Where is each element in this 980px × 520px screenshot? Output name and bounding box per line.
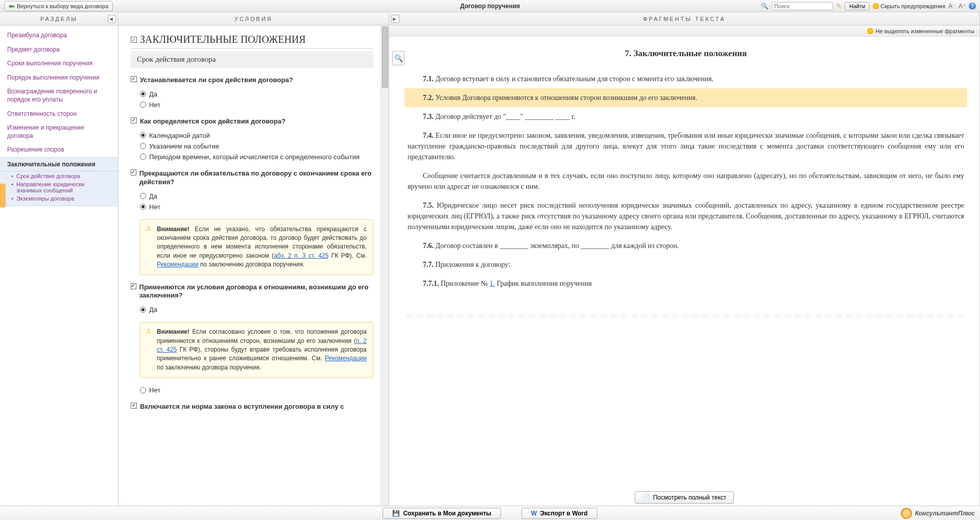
sections-panel: РАЗДЕЛЫ ◀ Преамбула договора Предмет дог… — [0, 12, 118, 506]
checkbox-icon[interactable]: ✓ — [131, 283, 136, 289]
side-tab[interactable] — [0, 184, 5, 207]
separator — [404, 308, 967, 317]
question-text: Устанавливается ли срок действия договор… — [140, 76, 293, 85]
section-subitem[interactable]: Направление юридически значимых сообщени… — [11, 180, 111, 194]
brand-icon — [901, 508, 912, 519]
option[interactable]: Периодом времени, который исчисляется с … — [140, 152, 373, 162]
section-item[interactable]: Разрешение споров — [0, 143, 118, 157]
paragraph: 7.1. Договор вступает в силу и становитс… — [404, 69, 967, 88]
font-smaller-icon[interactable]: A⁻ — [948, 3, 955, 10]
back-label: Вернуться к выбору вида договора — [17, 3, 108, 9]
hide-warnings-label: Скрыть предупреждения — [880, 3, 945, 9]
document-icon[interactable]: 🔍 — [392, 51, 404, 65]
checkbox-icon[interactable]: ✓ — [131, 117, 137, 123]
section-item[interactable]: Порядок выполнения поручения — [0, 71, 118, 85]
search-input[interactable] — [772, 2, 833, 10]
attachment-link[interactable]: 1. — [490, 280, 495, 287]
option[interactable]: Нет — [140, 385, 373, 395]
paragraph: 7.7.1. Приложение № 1. График выполнения… — [404, 274, 967, 293]
export-label: Экспорт в Word — [540, 510, 587, 517]
section-item-active[interactable]: Заключительные положения — [0, 157, 118, 171]
find-button[interactable]: Найти — [845, 2, 870, 10]
scrollbar-thumb[interactable] — [382, 27, 388, 88]
pencil-icon[interactable]: ✎ — [836, 2, 842, 10]
option-label: Да — [149, 90, 157, 98]
radio-icon — [140, 143, 146, 149]
view-full-label: Посмотреть полный текст — [653, 494, 727, 501]
paragraph: 7.7. Приложения к договору: — [404, 255, 967, 274]
para-num: 7.1. — [423, 75, 434, 83]
option-label: Указанием на событие — [149, 142, 219, 150]
checkbox-icon[interactable]: ✓ — [131, 403, 137, 409]
para-num: 7.6. — [423, 242, 434, 250]
conditions-header: УСЛОВИЯ — [118, 12, 389, 26]
option[interactable]: Да — [140, 89, 373, 100]
conditions-body: ✓ ЗАКЛЮЧИТЕЛЬНЫЕ ПОЛОЖЕНИЯ Срок действия… — [118, 26, 389, 506]
collapse-right-button[interactable]: ▶ — [391, 15, 399, 23]
question-2: ✓Как определяется срок действия договора… — [131, 114, 373, 128]
checkbox-icon[interactable]: ✓ — [131, 37, 137, 43]
section-item[interactable]: Предмет договора — [0, 43, 118, 57]
checkbox-icon[interactable]: ✓ — [131, 169, 136, 176]
question-4: ✓Применяются ли условия договора к отнош… — [131, 280, 373, 303]
section-item[interactable]: Изменение и прекращение договора — [0, 121, 118, 143]
section-item[interactable]: Сроки выполнения поручения — [0, 57, 118, 71]
collapse-left-button[interactable]: ◀ — [108, 15, 116, 23]
back-button[interactable]: ⬅ Вернуться к выбору вида договора — [4, 1, 113, 11]
option-label: Периодом времени, который исчисляется с … — [149, 153, 360, 161]
radio-icon — [140, 102, 146, 108]
para-num: 7.7. — [423, 261, 434, 268]
toolbar-right: 🔍 ✎ Найти Скрыть предупреждения A⁻ A⁺ ? — [761, 2, 976, 10]
para-text: Условия Договора применяются к отношения… — [434, 94, 697, 102]
section-subitem[interactable]: Экземпляры договора — [11, 194, 111, 203]
radio-icon — [140, 204, 146, 210]
option-label: Да — [149, 192, 157, 200]
export-word-button[interactable]: W Экспорт в Word — [521, 508, 597, 519]
hide-warnings-button[interactable]: Скрыть предупреждения — [873, 3, 945, 9]
scrollbar[interactable] — [380, 26, 389, 506]
brand-label: КонсультантПлюс — [915, 510, 975, 517]
warning-link[interactable]: Рекомендации — [325, 355, 367, 362]
section-item[interactable]: Преамбула договора — [0, 29, 118, 43]
help-icon[interactable]: ? — [969, 3, 976, 10]
radio-icon — [140, 154, 146, 160]
option[interactable]: Календарной датой — [140, 130, 373, 141]
font-larger-icon[interactable]: A⁺ — [959, 3, 966, 10]
option[interactable]: Да — [140, 191, 373, 202]
view-full-text-button[interactable]: 📄 Посмотреть полный текст — [635, 491, 734, 504]
view-full-row: 📄 Посмотреть полный текст — [389, 487, 979, 506]
para-num: 7.7.1. — [423, 280, 439, 287]
warning-link[interactable]: Рекомендации — [157, 261, 199, 268]
section-item[interactable]: Ответственность сторон — [0, 107, 118, 121]
subgroup-heading: Срок действия договора — [131, 51, 373, 68]
word-icon: W — [531, 510, 537, 517]
radio-icon — [140, 91, 146, 97]
option-label: Нет — [149, 203, 160, 211]
fragments-header: ▶ ФРАГМЕНТЫ ТЕКСТА — [389, 12, 979, 26]
text-heading: 7. Заключительные положения — [404, 47, 967, 60]
option[interactable]: Указанием на событие — [140, 141, 373, 152]
save-button[interactable]: 💾 Сохранить в Мои документы — [383, 508, 501, 519]
paragraph: 7.3. Договор действует до "____" _______… — [404, 107, 967, 126]
option[interactable]: Нет — [140, 202, 373, 212]
section-subitem[interactable]: Срок действия договора — [11, 172, 111, 180]
option[interactable]: Нет — [140, 100, 373, 110]
warning-link[interactable]: абз. 2 п. 3 ст. 425 — [274, 252, 328, 259]
option[interactable]: Да — [140, 304, 373, 315]
fragments-body: 🔍 7. Заключительные положения 7.1. Догов… — [389, 37, 979, 487]
conditions-title: УСЛОВИЯ — [234, 16, 273, 22]
option-label: Нет — [149, 101, 160, 109]
warning-icon — [867, 28, 873, 34]
paragraph: Сообщение считается доставленным и в тех… — [404, 166, 967, 196]
paragraph: 7.5. Юридическое лицо несет риск последс… — [404, 196, 967, 236]
sections-list: Преамбула договора Предмет договора Срок… — [0, 26, 118, 506]
sections-title: РАЗДЕЛЫ — [40, 16, 78, 22]
radio-icon — [140, 387, 146, 393]
no-highlight-toggle[interactable]: Не выделять измененные фрагменты — [875, 28, 974, 34]
question-5: ✓Включается ли норма закона о вступлении… — [131, 400, 373, 413]
checkbox-icon[interactable]: ✓ — [131, 76, 137, 82]
para-text: Договор составлен в ________ экземплярах… — [434, 242, 679, 250]
section-item[interactable]: Вознаграждение поверенного и порядок его… — [0, 85, 118, 107]
question-text: Применяются ли условия договора к отноше… — [139, 283, 373, 301]
search-icon: 🔍 — [761, 3, 769, 10]
